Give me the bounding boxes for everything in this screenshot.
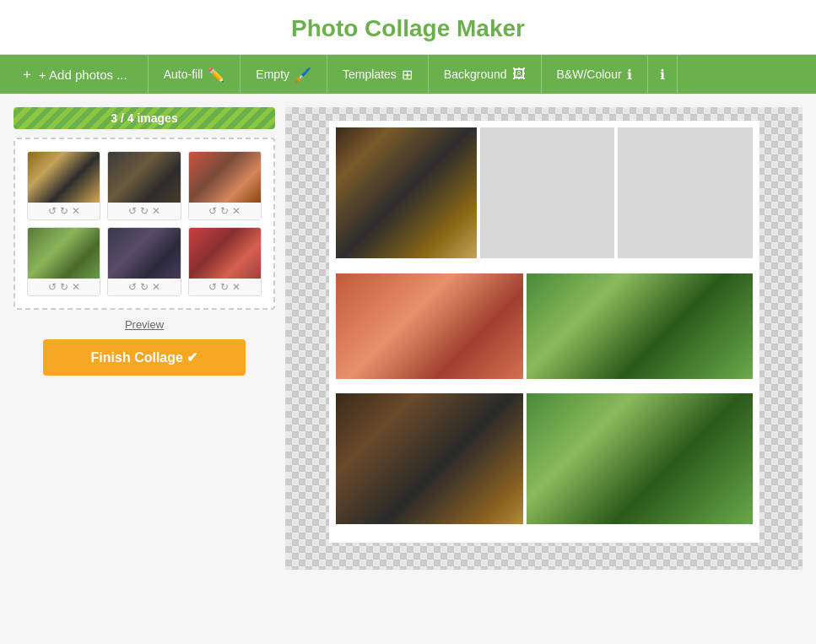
templates-button[interactable]: Templates ⊞ <box>327 55 429 94</box>
empty-button[interactable]: Empty 🖌️ <box>240 55 327 94</box>
empty-icon: 🖌️ <box>295 67 311 83</box>
rotate-right-btn-4[interactable]: ↻ <box>60 281 68 293</box>
collage-row-2 <box>336 273 753 391</box>
finish-collage-button[interactable]: Finish Collage ✔ <box>43 339 246 376</box>
remove-btn-2[interactable]: ✕ <box>152 205 160 217</box>
thumb-image-1 <box>28 152 100 203</box>
thumbnail-6[interactable]: ↺ ↻ ✕ <box>188 227 262 296</box>
left-panel: 3 / 4 images ↺ ↻ ✕ ↺ ↻ <box>14 107 275 570</box>
rotate-left-btn-1[interactable]: ↺ <box>48 205 57 217</box>
plus-icon: ＋ <box>20 66 34 84</box>
collage-cell-3-1[interactable] <box>336 393 524 524</box>
toolbar: ＋ + Add photos ... Auto-fill ✏️ Empty 🖌️… <box>0 55 816 94</box>
remove-btn-4[interactable]: ✕ <box>72 281 80 293</box>
thumbnail-4[interactable]: ↺ ↻ ✕ <box>27 227 100 296</box>
image-count-badge: 3 / 4 images <box>14 107 275 129</box>
rotate-left-btn-5[interactable]: ↺ <box>128 281 137 293</box>
collage-cell-1-2[interactable] <box>480 127 614 258</box>
rotate-right-btn-1[interactable]: ↻ <box>60 205 68 217</box>
thumb-image-5 <box>108 228 180 279</box>
rotate-left-btn-3[interactable]: ↺ <box>208 205 217 217</box>
autofill-icon: ✏️ <box>208 67 224 83</box>
image-grid: ↺ ↻ ✕ ↺ ↻ ✕ ↺ <box>27 151 262 296</box>
thumb-controls-4: ↺ ↻ ✕ <box>28 279 100 295</box>
info-circle-icon: ℹ <box>627 67 632 83</box>
thumb-image-3 <box>189 152 261 203</box>
thumbnail-5[interactable]: ↺ ↻ ✕ <box>107 227 181 296</box>
info-button[interactable]: ℹ <box>648 55 678 94</box>
thumbnail-3[interactable]: ↺ ↻ ✕ <box>188 151 262 220</box>
background-button[interactable]: Background 🖼 <box>429 55 542 94</box>
collage-cell-1-1[interactable] <box>336 127 477 258</box>
remove-btn-5[interactable]: ✕ <box>152 281 160 293</box>
rotate-left-btn-6[interactable]: ↺ <box>208 281 217 293</box>
collage-cell-2-1[interactable] <box>336 273 524 379</box>
thumb-controls-2: ↺ ↻ ✕ <box>108 203 180 219</box>
thumb-controls-6: ↺ ↻ ✕ <box>189 279 261 295</box>
thumbnail-2[interactable]: ↺ ↻ ✕ <box>107 151 181 220</box>
rotate-right-btn-2[interactable]: ↻ <box>140 205 149 217</box>
thumb-controls-1: ↺ ↻ ✕ <box>28 203 100 219</box>
image-grid-panel: ↺ ↻ ✕ ↺ ↻ ✕ ↺ <box>14 138 275 310</box>
collage-cell-3-2[interactable] <box>527 393 752 524</box>
info-icon: ℹ <box>660 67 665 83</box>
page-header: Photo Collage Maker <box>0 0 816 55</box>
collage-row-1 <box>336 127 753 270</box>
collage-cell-2-2[interactable] <box>527 273 752 379</box>
auto-fill-button[interactable]: Auto-fill ✏️ <box>149 55 241 94</box>
background-icon: 🖼 <box>512 67 526 82</box>
rotate-left-btn-4[interactable]: ↺ <box>48 281 57 293</box>
remove-btn-1[interactable]: ✕ <box>72 205 80 217</box>
thumb-controls-5: ↺ ↻ ✕ <box>108 279 180 295</box>
collage-canvas <box>329 121 759 543</box>
rotate-right-btn-3[interactable]: ↻ <box>220 205 229 217</box>
thumb-image-2 <box>108 152 180 203</box>
main-content: 3 / 4 images ↺ ↻ ✕ ↺ ↻ <box>0 94 816 583</box>
add-photos-button[interactable]: ＋ + Add photos ... <box>0 55 149 94</box>
page-title: Photo Collage Maker <box>0 15 816 42</box>
remove-btn-6[interactable]: ✕ <box>232 281 240 293</box>
collage-row-3 <box>336 393 753 536</box>
thumb-controls-3: ↺ ↻ ✕ <box>189 203 261 219</box>
thumb-image-6 <box>189 228 261 279</box>
collage-cell-1-3[interactable] <box>618 127 752 258</box>
collage-area <box>285 107 802 570</box>
rotate-left-btn-2[interactable]: ↺ <box>128 205 137 217</box>
remove-btn-3[interactable]: ✕ <box>232 205 240 217</box>
rotate-right-btn-5[interactable]: ↻ <box>140 281 149 293</box>
bw-colour-button[interactable]: B&W/Colour ℹ <box>542 55 648 94</box>
templates-icon: ⊞ <box>402 67 413 83</box>
preview-link[interactable]: Preview <box>125 318 164 331</box>
thumbnail-1[interactable]: ↺ ↻ ✕ <box>27 151 100 220</box>
rotate-right-btn-6[interactable]: ↻ <box>220 281 229 293</box>
thumb-image-4 <box>28 228 100 279</box>
